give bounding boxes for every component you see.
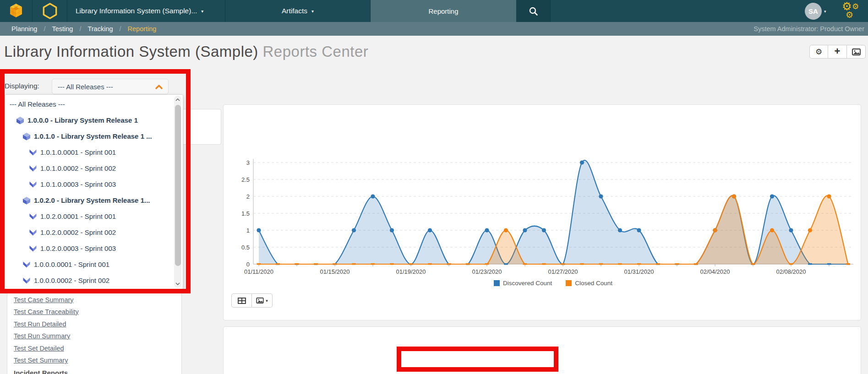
release-select-value: --- All Releases --- <box>58 83 113 91</box>
release-tree-item-label: 1.0.1.0 - Library System Release 1 ... <box>34 132 152 140</box>
release-tree-item[interactable]: 1.0.2.0.0003 - Sprint 003 <box>5 240 175 256</box>
image-icon <box>852 49 861 55</box>
report-link[interactable]: Test Set Detailed <box>14 345 79 352</box>
scrollbar-thumb[interactable] <box>175 105 181 266</box>
release-tree-item-label: 1.0.2.0.0002 - Sprint 002 <box>40 228 116 236</box>
svg-text:01/11/2020: 01/11/2020 <box>244 268 273 275</box>
svg-text:01/31/2020: 01/31/2020 <box>624 268 654 275</box>
breadcrumb-separator: / <box>120 25 121 33</box>
svg-text:1.5: 1.5 <box>241 210 250 217</box>
svg-text:02/04/2020: 02/04/2020 <box>700 268 730 275</box>
release-tree-item-label: 1.0.0.0 - Library System Release 1 <box>27 116 138 124</box>
chart-legend: Discovered Count Closed Count <box>253 280 853 287</box>
release-dropdown-panel: --- All Releases ---1.0.0.0 - Library Sy… <box>5 94 183 289</box>
gear-icon: ⚙ <box>815 47 822 57</box>
chevron-down-icon: ▾ <box>311 9 314 14</box>
release-cube-icon <box>22 196 31 205</box>
tab-reporting-label: Reporting <box>428 7 458 15</box>
testing-date-range-card <box>223 326 861 374</box>
breadcrumb-reporting[interactable]: Reporting <box>128 25 157 33</box>
hexagon-icon <box>42 2 58 20</box>
release-tree-item[interactable]: 1.0.1.0 - Library System Release 1 ... <box>5 128 175 144</box>
release-tree-item[interactable]: 1.0.1.0.0002 - Sprint 002 <box>5 160 175 176</box>
sprint-icon <box>29 212 37 221</box>
image-button[interactable] <box>847 45 866 59</box>
breadcrumb: Planning / Testing / Tracking / Reportin… <box>11 25 156 33</box>
legend-swatch-orange <box>566 280 572 286</box>
release-tree-item-label: 1.0.1.0.0001 - Sprint 001 <box>40 148 116 156</box>
report-link[interactable]: Test Run Summary <box>14 332 79 340</box>
settings-button[interactable]: ⚙ <box>809 45 828 59</box>
breadcrumb-separator: / <box>79 25 81 33</box>
scroll-down-arrow-icon[interactable] <box>174 280 181 288</box>
add-button[interactable]: + <box>828 45 847 59</box>
release-cube-icon <box>16 116 24 125</box>
release-tree-item[interactable]: 1.0.2.0.0002 - Sprint 002 <box>5 224 175 240</box>
sprint-icon <box>29 180 37 189</box>
report-category-heading: Incident Reports <box>14 369 68 374</box>
release-tree-item[interactable]: 1.0.0.0 - Library System Release 1 <box>5 112 175 128</box>
avatar[interactable]: SA <box>805 3 822 20</box>
breadcrumb-tracking[interactable]: Tracking <box>87 25 113 33</box>
avatar-initials: SA <box>808 7 818 15</box>
svg-text:2: 2 <box>246 193 250 200</box>
table-icon <box>238 298 246 304</box>
release-tree-item-label: 1.0.1.0.0002 - Sprint 002 <box>40 164 116 172</box>
release-tree-item-label: 1.0.0.0.0001 - Sprint 001 <box>34 260 109 268</box>
release-tree-item-label: 1.0.1.0.0003 - Sprint 003 <box>40 180 116 188</box>
gear-icon: ⚙ <box>852 3 859 11</box>
project-menu-label: Library Information System (Sample)... <box>76 7 197 15</box>
release-tree-item[interactable]: 1.0.1.0.0003 - Sprint 003 <box>5 176 175 192</box>
plus-icon: + <box>835 46 841 56</box>
sprint-icon <box>29 228 37 237</box>
sprint-icon <box>29 164 37 173</box>
release-tree-item-label: 1.0.0.0.0002 - Sprint 002 <box>34 276 109 284</box>
release-tree-item[interactable]: 1.0.0.0.0002 - Sprint 002 <box>5 272 175 288</box>
chevron-up-icon <box>155 83 163 91</box>
project-menu[interactable]: Library Information System (Sample)... ▾ <box>67 0 225 22</box>
image-icon <box>256 298 264 304</box>
report-link[interactable]: Test Set Summary <box>14 357 79 364</box>
release-tree-item[interactable]: --- All Releases --- <box>5 96 175 112</box>
svg-text:3: 3 <box>246 159 250 166</box>
user-context-label: System Administrator: Product Owner <box>753 25 864 33</box>
top-navbar: Library Information System (Sample)... ▾… <box>0 0 868 22</box>
legend-label: Closed Count <box>575 280 612 287</box>
data-grid-button[interactable] <box>231 293 252 308</box>
app-logo-button[interactable] <box>0 0 33 22</box>
breadcrumb-testing[interactable]: Testing <box>52 25 73 33</box>
cube-logo-icon <box>9 3 23 19</box>
breadcrumb-planning[interactable]: Planning <box>11 25 37 33</box>
page-title: Library Information System (Sample) Repo… <box>4 43 368 60</box>
release-select[interactable]: --- All Releases --- <box>52 79 169 94</box>
artifacts-menu[interactable]: Artifacts ▾ <box>225 0 371 22</box>
chevron-down-icon: ▾ <box>201 9 203 14</box>
dropdown-scrollbar[interactable] <box>174 96 181 288</box>
report-link[interactable]: Test Run Detailed <box>14 320 79 328</box>
settings-gears-button[interactable]: ⚙ ⚙ ⚙ <box>839 0 865 22</box>
svg-text:01/15/2020: 01/15/2020 <box>320 268 349 275</box>
report-link[interactable]: Test Case Summary <box>14 296 79 304</box>
sprint-icon <box>22 276 31 285</box>
report-link[interactable]: Test Case Traceability <box>14 308 79 315</box>
svg-text:01/19/2020: 01/19/2020 <box>396 268 426 275</box>
legend-discovered[interactable]: Discovered Count <box>494 280 552 287</box>
svg-text:01/23/2020: 01/23/2020 <box>472 268 502 275</box>
legend-closed[interactable]: Closed Count <box>566 280 612 287</box>
export-image-button[interactable]: ▾ <box>252 293 273 308</box>
release-tree-item[interactable]: 1.0.2.0.0001 - Sprint 001 <box>5 208 175 224</box>
legend-swatch-blue <box>494 280 500 286</box>
sprint-icon <box>22 260 31 269</box>
scroll-up-arrow-icon[interactable] <box>174 96 181 104</box>
search-icon <box>529 6 538 16</box>
tab-reporting[interactable]: Reporting <box>371 0 516 22</box>
svg-text:1: 1 <box>246 227 250 234</box>
release-tree-item-label: 1.0.2.0 - Library System Release 1... <box>34 196 150 204</box>
release-tree-item[interactable]: 1.0.2.0 - Library System Release 1... <box>5 192 175 208</box>
release-tree-item[interactable]: 1.0.0.0.0001 - Sprint 001 <box>5 256 175 272</box>
reports-center-page: Library Information System (Sample)... ▾… <box>0 0 868 374</box>
release-tree-item-label: --- All Releases --- <box>10 100 65 108</box>
release-tree-item[interactable]: 1.0.1.0.0001 - Sprint 001 <box>5 144 175 160</box>
workspace-menu-button[interactable] <box>33 0 67 22</box>
search-button[interactable] <box>516 0 551 22</box>
